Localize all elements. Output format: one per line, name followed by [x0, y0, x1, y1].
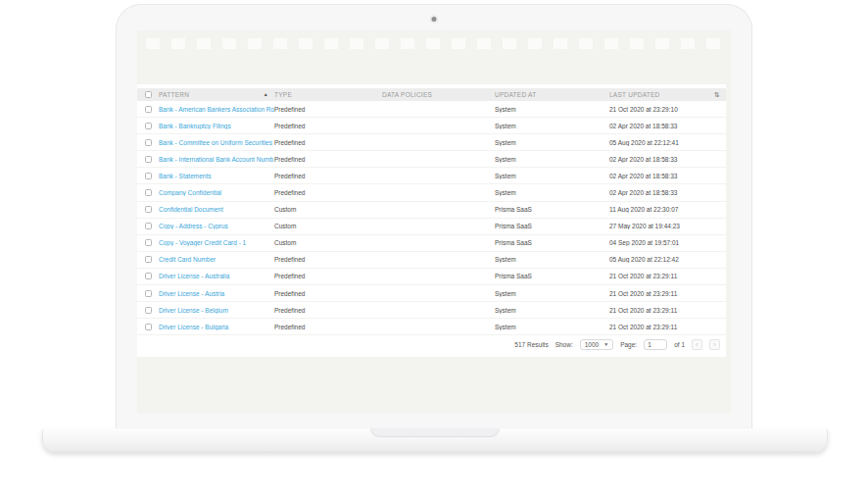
- table-row: Credit Card Number Predefined System 05 …: [137, 252, 726, 269]
- row-checkbox[interactable]: [145, 173, 152, 179]
- type-cell: Predefined: [274, 106, 382, 113]
- last-updated-cell: 02 Apr 2020 at 18:58:33: [609, 189, 712, 196]
- pattern-link[interactable]: Bank - International Bank Account Numb..…: [159, 156, 274, 163]
- chevron-down-icon: ▼: [603, 341, 608, 347]
- table-row: Copy - Address - Cyprus Custom Prisma Sa…: [137, 219, 726, 235]
- column-header-pattern[interactable]: Pattern ▲: [159, 91, 274, 98]
- type-cell: Predefined: [274, 256, 382, 263]
- column-header-last-updated[interactable]: Last Updated: [609, 91, 712, 98]
- of-label: of 1: [674, 341, 685, 348]
- pattern-link[interactable]: Bank - Committee on Uniform Securities .…: [159, 139, 274, 146]
- pattern-link[interactable]: Bank - Statements: [159, 173, 274, 179]
- last-updated-cell: 21 Oct 2020 at 23:29:11: [609, 324, 712, 330]
- pattern-link[interactable]: Bank - American Bankers Association Ro..…: [159, 106, 274, 113]
- last-updated-cell: 05 Aug 2020 at 22:12:41: [609, 139, 712, 146]
- type-cell: Predefined: [274, 273, 382, 279]
- column-header-data-policies[interactable]: Data Policies: [382, 91, 495, 98]
- last-updated-cell: 02 Apr 2020 at 18:58:33: [609, 123, 712, 129]
- type-cell: Predefined: [274, 189, 382, 196]
- webcam-icon: [432, 17, 437, 22]
- row-checkbox[interactable]: [145, 123, 152, 129]
- last-updated-cell: 21 Oct 2020 at 23:29:11: [609, 290, 712, 297]
- type-cell: Predefined: [274, 173, 382, 179]
- type-cell: Predefined: [274, 139, 382, 146]
- pattern-link[interactable]: Copy - Voyager Credit Card - 1: [159, 239, 274, 246]
- laptop-base: [42, 428, 828, 452]
- last-updated-cell: 27 May 2020 at 19:44:23: [609, 223, 712, 229]
- page-size-select[interactable]: 1000 ▼: [580, 339, 613, 350]
- table-row: Bank - Committee on Uniform Securities .…: [137, 134, 726, 151]
- row-checkbox[interactable]: [145, 156, 152, 163]
- pattern-link[interactable]: Driver License - Australia: [159, 273, 274, 279]
- type-cell: Predefined: [274, 156, 382, 163]
- last-updated-cell: 11 Aug 2020 at 22:30:07: [609, 206, 712, 213]
- updated-at-cell: Prisma SaaS: [495, 223, 609, 229]
- sort-columns-icon[interactable]: ⇅: [714, 91, 720, 98]
- row-checkbox[interactable]: [145, 106, 152, 113]
- last-updated-cell: 21 Oct 2020 at 23:29:11: [609, 273, 712, 279]
- type-cell: Predefined: [274, 324, 382, 330]
- row-checkbox[interactable]: [145, 189, 152, 196]
- type-cell: Custom: [274, 223, 382, 229]
- laptop-frame: Pattern ▲ Type Data Policies Updated At …: [116, 4, 752, 428]
- column-header-pattern-label: Pattern: [159, 91, 189, 98]
- pattern-link[interactable]: Copy - Address - Cyprus: [159, 223, 274, 229]
- pattern-link[interactable]: Bank - Bankruptcy Filings: [159, 123, 274, 129]
- row-checkbox[interactable]: [145, 290, 152, 297]
- last-updated-cell: 21 Oct 2020 at 23:29:10: [609, 106, 712, 113]
- select-all-checkbox[interactable]: [145, 91, 152, 98]
- pattern-link[interactable]: Company Confidential: [159, 189, 274, 196]
- table-row: Driver License - Austria Predefined Syst…: [137, 285, 726, 302]
- type-cell: Custom: [274, 239, 382, 246]
- table-row: Company Confidential Predefined System 0…: [137, 184, 726, 201]
- table-body: Bank - American Bankers Association Ro..…: [137, 101, 726, 335]
- pattern-link[interactable]: Driver License - Bulgaria: [159, 324, 274, 330]
- row-checkbox[interactable]: [145, 206, 152, 213]
- updated-at-cell: Prisma SaaS: [495, 239, 609, 246]
- patterns-table: Pattern ▲ Type Data Policies Updated At …: [137, 84, 726, 357]
- last-updated-cell: 21 Oct 2020 at 23:29:11: [609, 307, 712, 314]
- last-updated-cell: 02 Apr 2020 at 18:58:33: [609, 156, 712, 163]
- updated-at-cell: System: [495, 106, 609, 113]
- next-page-button[interactable]: ›: [709, 339, 720, 350]
- row-checkbox[interactable]: [145, 256, 152, 263]
- table-row: Bank - Bankruptcy Filings Predefined Sys…: [137, 118, 726, 134]
- table-row: Driver License - Belgium Predefined Syst…: [137, 302, 726, 319]
- app-screen: Pattern ▲ Type Data Policies Updated At …: [137, 30, 731, 414]
- updated-at-cell: System: [495, 173, 609, 179]
- row-checkbox[interactable]: [145, 273, 152, 279]
- column-header-updated-at[interactable]: Updated At: [495, 91, 609, 98]
- column-header-type[interactable]: Type: [274, 91, 382, 98]
- type-cell: Predefined: [274, 123, 382, 129]
- page-label: Page:: [620, 341, 637, 348]
- pattern-link[interactable]: Credit Card Number: [159, 256, 274, 263]
- updated-at-cell: Prisma SaaS: [495, 273, 609, 279]
- last-updated-cell: 05 Aug 2020 at 22:12:42: [609, 256, 712, 263]
- row-checkbox[interactable]: [145, 139, 152, 146]
- row-checkbox[interactable]: [145, 223, 152, 229]
- updated-at-cell: System: [495, 156, 609, 163]
- table-row: Bank - American Bankers Association Ro..…: [137, 101, 726, 118]
- updated-at-cell: System: [495, 307, 609, 314]
- pattern-link[interactable]: Driver License - Belgium: [159, 307, 274, 314]
- results-count: 517 Results: [514, 341, 548, 348]
- row-checkbox[interactable]: [145, 324, 152, 330]
- blurred-toolbar: [146, 38, 722, 49]
- table-footer: 517 Results Show: 1000 ▼ Page: 1 of 1 ‹ …: [137, 335, 726, 353]
- table-header-row: Pattern ▲ Type Data Policies Updated At …: [137, 88, 726, 101]
- row-checkbox[interactable]: [145, 307, 152, 314]
- table-row: Driver License - Australia Predefined Pr…: [137, 269, 726, 285]
- page-input[interactable]: 1: [644, 339, 667, 350]
- updated-at-cell: System: [495, 123, 609, 129]
- page-size-value: 1000: [585, 341, 599, 348]
- updated-at-cell: Prisma SaaS: [495, 206, 609, 213]
- sort-ascending-icon: ▲: [264, 92, 268, 97]
- prev-page-button[interactable]: ‹: [692, 339, 702, 350]
- pattern-link[interactable]: Driver License - Austria: [159, 290, 274, 297]
- pattern-link[interactable]: Confidential Document: [159, 206, 274, 213]
- table-row: Bank - International Bank Account Numb..…: [137, 151, 726, 168]
- type-cell: Predefined: [274, 307, 382, 314]
- type-cell: Custom: [274, 206, 382, 213]
- updated-at-cell: System: [495, 256, 609, 263]
- row-checkbox[interactable]: [145, 239, 152, 246]
